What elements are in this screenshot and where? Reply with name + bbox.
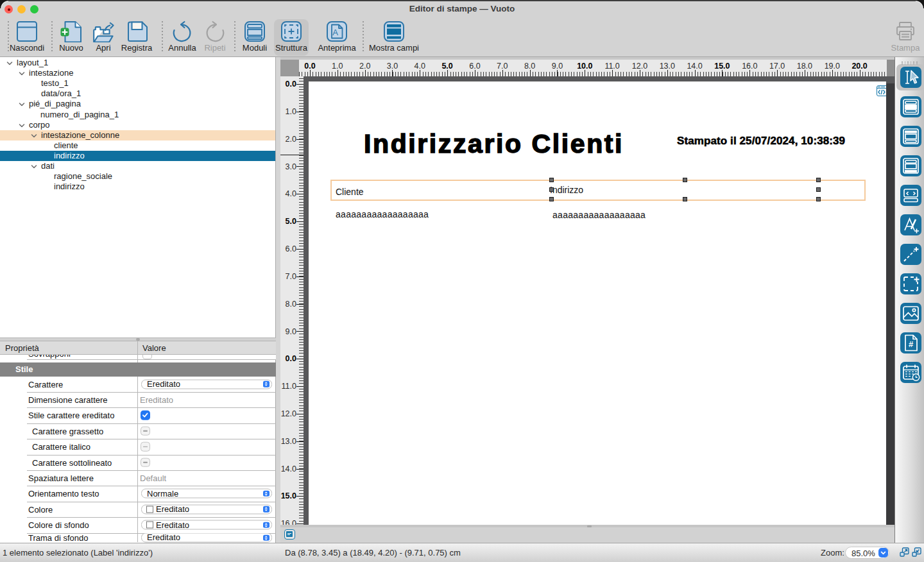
- svg-text:#: #: [909, 339, 914, 349]
- svg-text:A: A: [332, 28, 338, 37]
